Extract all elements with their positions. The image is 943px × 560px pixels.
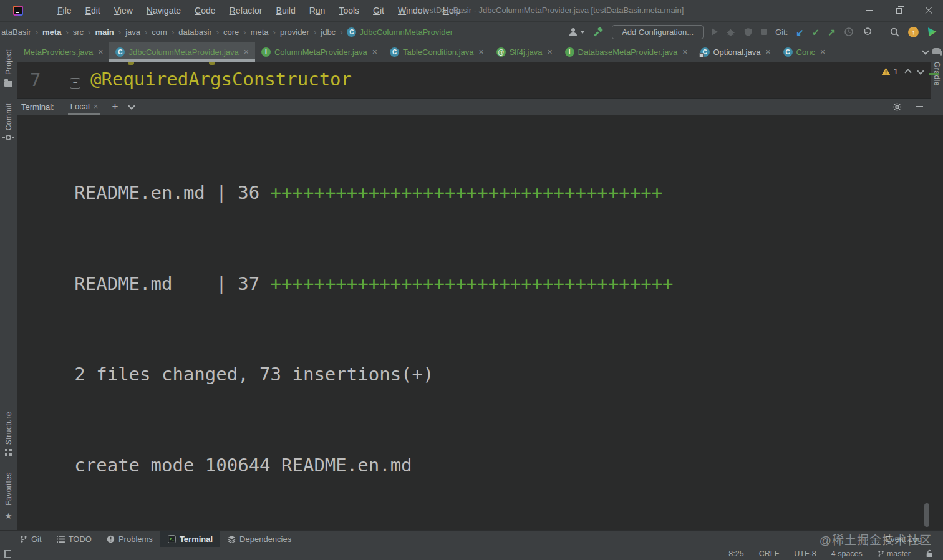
star-icon [5,510,12,521]
breadcrumb-item[interactable]: core [223,27,239,37]
terminal-text: create mode 100644 README.en.md [64,455,412,476]
git-push-icon[interactable]: ↗ [828,27,836,37]
hide-panel-icon[interactable] [916,106,923,107]
breadcrumb-item[interactable]: java [125,27,140,37]
toolbox-icon[interactable] [927,27,937,37]
warning-count: 1 [894,67,898,76]
tool-button-favorites[interactable]: Favorites [4,472,13,521]
ide-update-icon[interactable]: ↑ [908,27,919,37]
tool-button-dependencies[interactable]: Dependencies [220,531,299,547]
close-tab-icon[interactable] [820,47,825,57]
code-editor[interactable]: 7 − @RequiredArgsConstructor 1 [17,62,931,98]
breadcrumb-item[interactable]: provider [280,27,309,37]
breadcrumb-item[interactable]: src [73,27,84,37]
git-commit-check-icon[interactable]: ✓ [812,27,820,37]
tool-button-problems[interactable]: Problems [99,531,160,547]
unlock-icon[interactable] [926,549,933,558]
next-warning-icon[interactable] [917,67,924,74]
close-tab-icon[interactable] [682,47,687,57]
run-icon[interactable] [712,28,718,36]
close-tab-icon[interactable] [547,47,552,57]
breadcrumb-item[interactable]: ataBasir [1,27,31,37]
tool-button-structure[interactable]: Structure [4,412,13,456]
editor-tab[interactable]: C TableCondition.java [384,42,490,62]
bottom-tool-window-bar: Git TODO Problems Terminal Dependencies … [0,530,943,547]
inspection-widget[interactable]: 1 [881,67,923,76]
search-everywhere-icon[interactable] [889,27,900,37]
tool-window-layout-icon[interactable] [4,550,11,558]
breadcrumb-item[interactable]: meta [42,27,61,37]
terminal-scrollbar[interactable] [924,503,929,527]
dependencies-layers-icon [228,535,236,543]
file-type-icon: C [783,47,793,57]
minimize-button[interactable] [855,0,884,21]
debug-icon[interactable] [726,27,735,37]
breadcrumb-item[interactable]: meta [251,27,269,37]
history-clock-icon[interactable] [844,27,854,37]
close-button[interactable] [914,0,943,21]
editor-tab[interactable]: C Conc [777,42,832,62]
terminal-output[interactable]: README.en.md | 36 ++++++++++++++++++++++… [17,115,943,530]
menu-item[interactable]: Run [302,0,332,21]
editor-tab[interactable]: MetaProviders.java [17,42,109,62]
menu-item[interactable]: Build [269,0,302,21]
breadcrumb-item[interactable]: com [152,27,167,37]
fold-collapse-icon[interactable]: − [70,78,80,89]
event-log-button[interactable]: Event Log [885,531,922,548]
tool-button-commit[interactable]: Commit [4,103,13,140]
menu-item[interactable]: Edit [79,0,107,21]
close-tab-icon[interactable] [244,47,249,57]
editor-tab[interactable]: C Optional.java [694,42,777,62]
editor-tab[interactable]: C JdbcColumnMetaProvider.java [109,42,255,62]
breadcrumb-item[interactable]: main [95,27,114,37]
file-encoding[interactable]: UTF-8 [794,549,816,558]
line-separator[interactable]: CRLF [759,549,780,558]
menu-item[interactable]: Navigate [140,0,188,21]
editor-tab[interactable]: I ColumnMetaProvider.java [255,42,384,62]
tool-button-todo[interactable]: TODO [49,531,99,547]
tab-label: TableCondition.java [403,47,473,57]
gradle-elephant-icon[interactable] [932,48,941,54]
menu-item[interactable]: Refactor [223,0,269,21]
menu-item[interactable]: Git [366,0,391,21]
editor-tab[interactable]: I DatabaseMetaProvider.java [559,42,694,62]
rollback-icon[interactable] [862,27,873,37]
hidden-tabs-chevron-icon[interactable] [922,47,929,54]
new-terminal-session-icon[interactable]: + [112,100,118,113]
run-coverage-icon[interactable] [743,27,753,37]
close-tab-icon[interactable] [372,47,377,57]
close-tab-icon[interactable] [478,47,483,57]
menu-item[interactable]: File [51,0,79,21]
add-configuration-button[interactable]: Add Configuration... [612,25,704,39]
indent-setting[interactable]: 4 spaces [831,549,863,558]
tool-button-terminal[interactable]: Terminal [160,531,220,547]
terminal-tab-local[interactable]: Local × [68,99,101,115]
previous-warning-icon[interactable] [904,69,911,75]
left-tool-stripe: Project Commit Structure Favorites [0,42,17,530]
breadcrumb-item[interactable]: databasir [178,27,211,37]
stop-icon[interactable] [761,29,767,35]
close-tab-icon[interactable] [765,47,770,57]
tool-button-git[interactable]: Git [12,531,49,547]
tool-button-project[interactable]: Project [4,49,13,87]
breadcrumb-item[interactable]: jdbc [321,27,336,37]
editor-tab[interactable]: @ Slf4j.java [490,42,559,62]
menu-item[interactable]: Tools [332,0,366,21]
settings-gear-icon[interactable] [892,102,902,112]
navigation-bar: ataBasirmetasrcmainjavacomdatabasircorem… [0,21,943,42]
close-tab-icon[interactable] [98,47,103,57]
git-update-icon[interactable]: ↙ [796,27,804,37]
terminal-dropdown-chevron-icon[interactable] [128,102,135,109]
menu-item[interactable]: View [107,0,140,21]
profile-button[interactable] [568,27,585,37]
terminal-text: ++++++++++++++++++++++++++++++++++++ [271,182,663,203]
maximize-button[interactable] [884,0,914,21]
intellij-logo-icon [13,6,23,16]
caret-position[interactable]: 8:25 [728,549,743,558]
close-terminal-tab-icon[interactable]: × [94,102,99,111]
menu-item[interactable]: Code [188,0,222,21]
build-hammer-icon[interactable] [593,27,604,37]
breadcrumb-current[interactable]: C JdbcColumnMetaProvider [347,27,453,37]
git-branch-widget[interactable]: master [878,549,911,558]
terminal-line: create mode 100644 README.md [20,480,943,530]
